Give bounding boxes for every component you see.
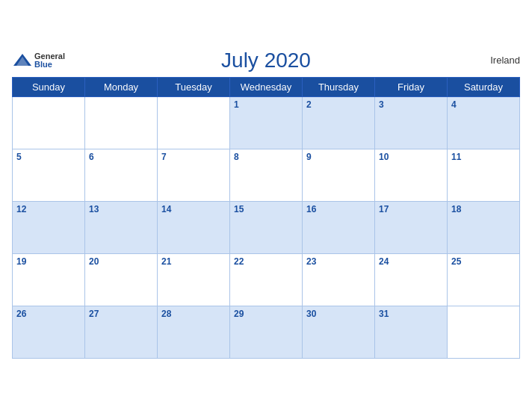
day-number: 17 [379,204,389,214]
calendar-day-cell: 15 [230,201,303,253]
calendar-day-cell: 25 [448,253,520,306]
day-number: 20 [89,256,99,267]
calendar-day-cell [448,306,520,358]
calendar-day-cell: 28 [158,306,230,358]
day-number: 4 [451,99,457,110]
calendar-day-cell: 16 [303,201,375,253]
calendar-day-cell: 20 [85,253,158,306]
calendar-week-row: 19202122232425 [13,253,520,306]
day-number: 1 [234,99,239,110]
calendar-day-cell: 29 [230,306,303,358]
calendar-table: Sunday Monday Tuesday Wednesday Thursday… [12,77,520,359]
calendar-day-cell: 10 [375,149,448,201]
calendar-day-cell: 23 [303,253,375,306]
day-number: 22 [234,256,244,267]
calendar-day-cell [85,96,158,149]
calendar-day-cell: 17 [375,201,448,253]
calendar-day-cell: 26 [13,306,85,358]
calendar-day-cell: 5 [13,149,85,201]
calendar-day-cell: 13 [85,201,158,253]
day-number: 14 [161,204,171,214]
day-number: 18 [451,204,461,214]
day-number: 5 [16,152,22,162]
country-label: Ireland [490,55,520,66]
calendar-day-cell: 12 [13,201,85,253]
calendar-wrapper: General Blue July 2020 Ireland Sunday Mo… [0,41,532,371]
calendar-day-cell: 21 [158,253,230,306]
calendar-title: July 2020 [221,49,311,72]
day-number: 24 [379,256,389,267]
calendar-week-row: 567891011 [13,149,520,201]
day-number: 16 [306,204,316,214]
header-friday: Friday [375,77,448,96]
day-number: 6 [89,152,94,162]
calendar-day-cell: 30 [303,306,375,358]
calendar-day-cell: 8 [230,149,303,201]
day-number: 10 [379,152,389,162]
calendar-day-cell: 9 [303,149,375,201]
header-saturday: Saturday [448,77,520,96]
day-number: 27 [89,309,99,319]
calendar-week-row: 1234 [13,96,520,149]
day-number: 8 [234,152,239,162]
calendar-day-cell: 31 [375,306,448,358]
day-number: 13 [89,204,99,214]
logo-icon [12,52,33,69]
day-number: 28 [161,309,171,319]
day-number: 12 [16,204,26,214]
calendar-day-cell: 2 [303,96,375,149]
logo-area: General Blue [12,52,65,69]
logo-general-text: General [34,52,65,61]
calendar-day-cell: 19 [13,253,85,306]
calendar-day-cell: 3 [375,96,448,149]
calendar-day-cell [13,96,85,149]
day-number: 21 [161,256,171,267]
calendar-day-cell: 4 [448,96,520,149]
day-number: 23 [306,256,316,267]
calendar-header: General Blue July 2020 Ireland [12,49,520,72]
calendar-day-cell: 6 [85,149,158,201]
day-number: 31 [379,309,389,319]
day-number: 3 [379,99,384,110]
calendar-day-cell: 24 [375,253,448,306]
calendar-day-cell: 18 [448,201,520,253]
day-number: 26 [16,309,26,319]
day-number: 29 [234,309,244,319]
day-number: 30 [306,309,316,319]
logo-blue-text: Blue [34,61,65,69]
day-number: 11 [451,152,461,162]
calendar-day-cell: 27 [85,306,158,358]
calendar-day-cell: 14 [158,201,230,253]
day-number: 15 [234,204,244,214]
calendar-day-cell: 22 [230,253,303,306]
header-monday: Monday [85,77,158,96]
day-number: 7 [161,152,167,162]
header-wednesday: Wednesday [230,77,303,96]
calendar-week-row: 12131415161718 [13,201,520,253]
day-number: 9 [306,152,312,162]
day-number: 19 [16,256,26,267]
header-sunday: Sunday [13,77,85,96]
calendar-week-row: 262728293031 [13,306,520,358]
day-number: 25 [451,256,461,267]
header-tuesday: Tuesday [158,77,230,96]
calendar-day-cell: 7 [158,149,230,201]
weekday-header-row: Sunday Monday Tuesday Wednesday Thursday… [13,77,520,96]
day-number: 2 [306,99,312,110]
calendar-day-cell: 1 [230,96,303,149]
header-thursday: Thursday [303,77,375,96]
calendar-day-cell [158,96,230,149]
calendar-day-cell: 11 [448,149,520,201]
